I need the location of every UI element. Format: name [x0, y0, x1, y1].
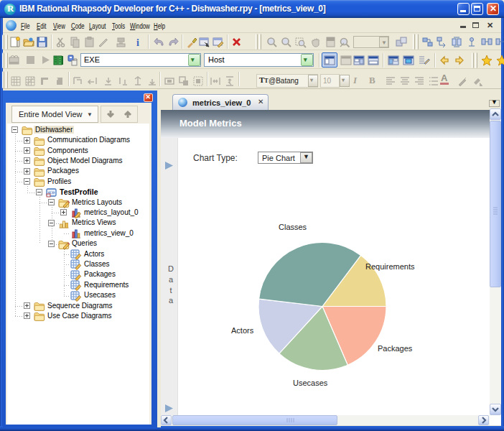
- svg-text:i: i: [136, 37, 139, 48]
